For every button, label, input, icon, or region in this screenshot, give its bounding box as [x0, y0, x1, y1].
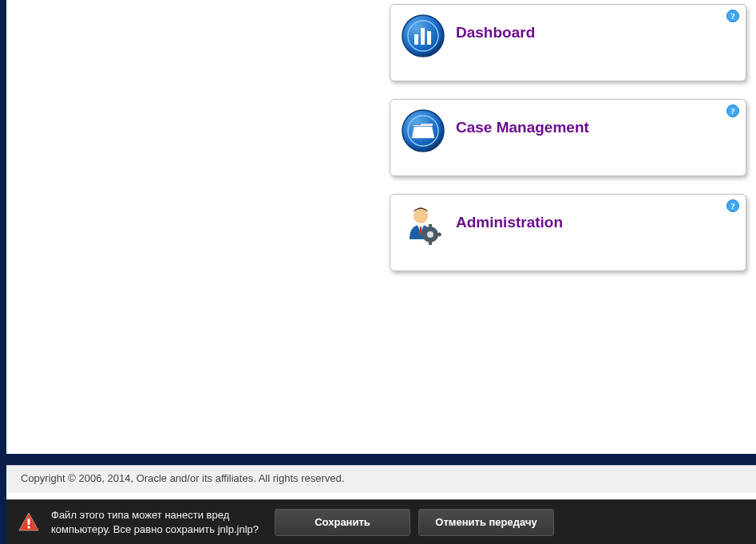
cancel-download-button[interactable]: Отменить передачу — [418, 509, 554, 536]
help-icon[interactable]: ? — [726, 10, 739, 22]
cards-container: ? — [390, 4, 746, 289]
warning-line-1: Файл этого типа может нанести вред — [51, 508, 259, 522]
svg-rect-6 — [427, 31, 431, 45]
main-area: ? — [0, 0, 756, 544]
warning-line-2: компьютеру. Все равно сохранить jnlp.jnl… — [51, 522, 259, 537]
save-button[interactable]: Сохранить — [275, 509, 410, 536]
card-case-management[interactable]: ? Case Ma — [390, 99, 746, 176]
folder-icon — [402, 109, 445, 152]
download-warning-text: Файл этого типа может нанести вред компь… — [51, 508, 259, 536]
svg-text:?: ? — [730, 11, 735, 21]
help-icon[interactable]: ? — [726, 104, 739, 117]
svg-rect-16 — [429, 242, 432, 245]
svg-rect-15 — [429, 224, 432, 227]
footer: Copyright © 2006, 2014, Oracle and/or it… — [6, 465, 756, 493]
card-title-label: Case Management — [456, 119, 589, 136]
card-administration[interactable]: ? — [390, 194, 746, 271]
card-title-label: Dashboard — [456, 24, 535, 41]
blue-bar — [6, 454, 756, 465]
help-icon[interactable]: ? — [726, 199, 739, 212]
svg-text:?: ? — [730, 201, 735, 211]
svg-rect-4 — [414, 34, 418, 45]
download-bar: Файл этого типа может нанести вред компь… — [6, 499, 756, 544]
svg-point-23 — [427, 231, 433, 238]
svg-point-25 — [27, 526, 30, 528]
warning-icon — [18, 511, 40, 534]
svg-rect-24 — [28, 518, 30, 525]
svg-rect-5 — [421, 28, 425, 45]
card-title-label: Administration — [456, 214, 563, 231]
card-dashboard[interactable]: ? — [390, 4, 746, 81]
svg-point-13 — [414, 209, 428, 223]
svg-text:?: ? — [730, 106, 735, 116]
chart-icon — [402, 14, 445, 57]
user-gear-icon — [402, 204, 445, 247]
copyright-text: Copyright © 2006, 2014, Oracle and/or it… — [21, 472, 344, 484]
